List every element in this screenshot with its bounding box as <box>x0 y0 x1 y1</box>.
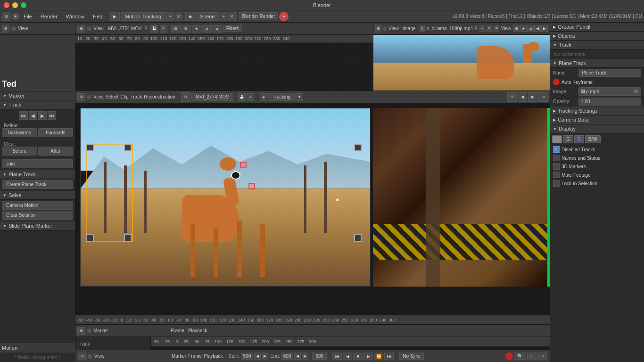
pb-fast-forward[interactable]: ⏩ <box>374 353 383 360</box>
clip-main-view[interactable]: View <box>93 94 104 99</box>
pb-right-ctrl1[interactable]: ⊞ <box>527 353 537 360</box>
clip-main-icon[interactable]: ⊞ <box>77 93 85 101</box>
img-image-label[interactable]: Image <box>403 26 416 31</box>
sync-dropdown[interactable]: No Sync <box>399 353 424 360</box>
clip-filename-main[interactable]: MVI_2774.MOV <box>191 93 233 101</box>
skip-start-btn[interactable]: ⏮ <box>19 111 28 120</box>
img-view-btn[interactable]: 👁 <box>494 25 499 32</box>
left-header-dot[interactable] <box>11 26 16 31</box>
img-ctrl5[interactable]: ▶ <box>541 25 548 32</box>
after-btn[interactable]: After <box>38 147 74 156</box>
view-label-left[interactable]: View <box>18 26 28 31</box>
clip-main-reconstruction[interactable]: Reconstruction <box>144 94 175 99</box>
filter-icon4[interactable]: ⊿ <box>202 25 212 33</box>
color-btn-b[interactable]: B <box>574 135 584 143</box>
clip-ctrl3[interactable]: ▶ <box>528 92 537 102</box>
editor-icon[interactable]: ⊞ <box>2 12 11 21</box>
play-btn[interactable]: ▶ <box>38 111 47 120</box>
camera-motion-btn[interactable]: Camera Motion <box>2 201 73 210</box>
tl-frame-label[interactable]: Frame <box>171 328 184 333</box>
add-scene-btn[interactable]: + <box>220 12 227 21</box>
clip-main-select[interactable]: Select <box>106 94 119 99</box>
tl-icon[interactable]: ⊞ <box>77 327 85 335</box>
color-btn-r[interactable]: R <box>552 135 562 143</box>
tl-playback-label[interactable]: Playback <box>188 328 207 333</box>
img-add-btn[interactable]: + <box>479 25 485 32</box>
clip-main-track[interactable]: Track <box>131 94 142 99</box>
track-section-header[interactable]: ▼ Track <box>0 100 75 109</box>
window-menu[interactable]: Window <box>62 13 88 20</box>
img-filename[interactable]: n_dillama_1080p.mp4 <box>427 26 473 31</box>
pb-prev[interactable]: ◀ <box>343 353 352 360</box>
minimize-button[interactable] <box>12 2 18 8</box>
end-arrow-right[interactable]: ▶ <box>302 353 308 360</box>
clip-close-icon[interactable]: ✕ <box>160 25 167 33</box>
img-ctrl1[interactable]: ⊞ <box>513 25 520 32</box>
prev-frame-btn[interactable]: ◀ <box>29 111 37 120</box>
pb-dot[interactable] <box>88 354 92 359</box>
img-view-btn-label[interactable]: View <box>501 26 512 31</box>
clip-main-clip[interactable]: Clip <box>120 94 128 99</box>
color-btn-g[interactable]: G <box>563 135 573 143</box>
tracking-label[interactable]: Tracking <box>268 93 295 101</box>
clip-save-icon[interactable]: 💾 <box>150 25 158 33</box>
pb-play2[interactable]: ▶ <box>363 353 373 360</box>
editor-type-icon[interactable]: ▶ <box>110 12 120 21</box>
help-menu[interactable]: Help <box>89 13 107 20</box>
join-btn[interactable]: Join <box>2 159 73 168</box>
clip-ctrl1[interactable]: ⊞ <box>507 92 517 102</box>
filter-icon1[interactable]: ⊡ <box>171 25 181 33</box>
pb-right-ctrl2[interactable]: ⊿ <box>537 353 547 360</box>
add-editor-btn[interactable]: + <box>166 12 174 21</box>
filter-icon2[interactable]: ⊞ <box>182 25 191 33</box>
img-icon2[interactable]: ⊡ <box>420 25 425 32</box>
img-icon[interactable]: ⊞ <box>375 25 381 33</box>
tracking-settings-header[interactable]: ▶ Tracking Settings <box>550 107 644 115</box>
close-button[interactable] <box>4 2 9 8</box>
backwards-btn[interactable]: Backwards <box>2 128 37 137</box>
pb-skip-end2[interactable]: ⏭ <box>384 353 394 360</box>
img-ctrl3[interactable]: ⊿ <box>527 25 534 32</box>
search-field[interactable]: 🔍 <box>514 353 526 360</box>
slide-plane-header[interactable]: ▼ Slide Plane Marker <box>0 222 75 230</box>
tracking-dropdown[interactable]: ▾ <box>296 93 303 101</box>
pb-stop[interactable]: ■ <box>353 353 363 360</box>
filters-btn[interactable]: Filters <box>223 25 242 32</box>
start-value[interactable]: 500 <box>241 353 254 360</box>
clip-ctrl2[interactable]: ◀ <box>518 92 527 102</box>
clip-close-main[interactable]: ✕ <box>247 93 254 101</box>
tl-marker-label[interactable]: Marker <box>93 328 169 333</box>
end-value[interactable]: 600 <box>281 353 294 360</box>
image-field[interactable]: 🖼 p.mp4 ✕ <box>578 87 641 96</box>
filter-icon5[interactable]: ▲ <box>213 25 222 33</box>
start-arrow-left[interactable]: ◀ <box>254 353 261 360</box>
left-header-icon[interactable]: ⊞ <box>2 25 9 33</box>
plane-track-prop-header[interactable]: ▼ Plane Track <box>550 59 644 68</box>
close-editor-btn[interactable]: ✕ <box>175 12 182 21</box>
before-btn[interactable]: Before <box>2 147 37 156</box>
clip-view-label[interactable]: View <box>93 26 104 31</box>
clear-solution-btn[interactable]: Clear Solution <box>2 211 73 220</box>
dot-icon[interactable]: ● <box>12 13 19 20</box>
scene-selector[interactable]: Scene <box>196 12 219 21</box>
opacity-field[interactable]: 1.00 <box>578 98 641 106</box>
pb-playback-label2[interactable]: Playback <box>204 354 223 359</box>
names-status-checkbox[interactable] <box>553 155 560 161</box>
skip-end-btn[interactable]: ⏭ <box>48 111 56 120</box>
close-scene-btn[interactable]: ✕ <box>228 12 236 21</box>
img-view-label[interactable]: View <box>388 26 399 31</box>
img-ctrl2[interactable]: ◈ <box>520 25 527 32</box>
color-btn-bw[interactable]: B/W <box>585 135 601 143</box>
maximize-button[interactable] <box>21 2 26 8</box>
clip-save-main[interactable]: 💾 <box>238 93 246 101</box>
file-icon-btn[interactable]: ⊡ <box>181 92 190 102</box>
start-arrow-right[interactable]: ▶ <box>262 353 268 360</box>
image-clear-btn[interactable]: ✕ <box>633 89 639 94</box>
end-arrow-left[interactable]: ◀ <box>294 353 301 360</box>
mute-footage-checkbox[interactable] <box>553 172 560 178</box>
pb-icon[interactable]: ⊞ <box>78 353 86 360</box>
frame-counter[interactable]: 600 <box>312 353 327 360</box>
render-menu[interactable]: Render <box>37 13 61 20</box>
record-btn[interactable] <box>505 353 513 360</box>
plane-track-name-field[interactable]: Plane Track <box>578 69 641 77</box>
